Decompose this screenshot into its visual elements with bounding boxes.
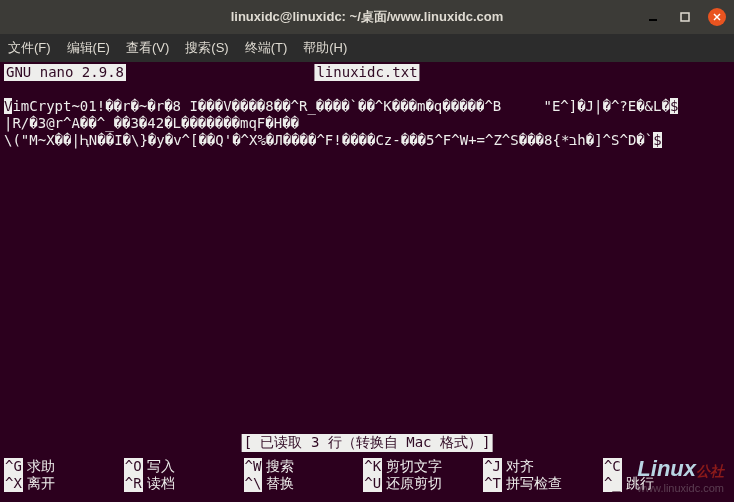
- menubar: 文件(F) 编辑(E) 查看(V) 搜索(S) 终端(T) 帮助(H): [0, 34, 734, 62]
- maximize-button[interactable]: [676, 8, 694, 26]
- shortcut-exit: ^X离开: [4, 475, 124, 492]
- shortcut-uncut: ^U还原剪切: [363, 475, 483, 492]
- menu-search[interactable]: 搜索(S): [185, 39, 228, 57]
- menu-terminal[interactable]: 终端(T): [245, 39, 288, 57]
- menu-file[interactable]: 文件(F): [8, 39, 51, 57]
- watermark-url: www.linuxidc.com: [637, 482, 724, 494]
- watermark-logo: Linux公社: [637, 456, 724, 482]
- nano-header: GNU nano 2.9.8 linuxidc.txt: [4, 64, 730, 81]
- content-line-1: imCrypt~01!��r�~�r�8 I���V����8��^R_����…: [12, 98, 669, 114]
- shortcut-replace: ^\替换: [244, 475, 364, 492]
- menu-help[interactable]: 帮助(H): [303, 39, 347, 57]
- menu-edit[interactable]: 编辑(E): [67, 39, 110, 57]
- window-controls: [644, 8, 726, 26]
- nano-version: GNU nano 2.9.8: [4, 64, 126, 81]
- shortcut-read: ^R读档: [124, 475, 244, 492]
- line-end-marker: $: [653, 132, 661, 148]
- shortcut-justify: ^J对齐: [483, 458, 603, 475]
- close-button[interactable]: [708, 8, 726, 26]
- nano-shortcuts: ^G求助 ^O写入 ^W搜索 ^K剪切文字 ^J对齐 ^C ^X离开 ^R读档 …: [4, 458, 730, 492]
- close-icon: [712, 12, 722, 22]
- shortcut-spell: ^T拼写检查: [483, 475, 603, 492]
- terminal-area[interactable]: GNU nano 2.9.8 linuxidc.txt VimCrypt~01!…: [0, 62, 734, 151]
- nano-content: VimCrypt~01!��r�~�r�8 I���V����8��^R_���…: [4, 98, 730, 149]
- content-line-3: \("M~X��|ԦN��I�\}�y�v^[��Q'�^X%�Л����^F!…: [4, 132, 653, 148]
- watermark: Linux公社 www.linuxidc.com: [637, 456, 724, 494]
- minimize-button[interactable]: [644, 8, 662, 26]
- shortcut-help: ^G求助: [4, 458, 124, 475]
- shortcut-cut: ^K剪切文字: [363, 458, 483, 475]
- menu-view[interactable]: 查看(V): [126, 39, 169, 57]
- nano-status-bar: [ 已读取 3 行（转换自 Mac 格式）]: [242, 434, 493, 452]
- shortcut-search: ^W搜索: [244, 458, 364, 475]
- nano-filename: linuxidc.txt: [314, 64, 419, 81]
- minimize-icon: [648, 12, 658, 22]
- maximize-icon: [680, 12, 690, 22]
- window-title: linuxidc@linuxidc: ~/桌面/www.linuxidc.com: [231, 8, 504, 26]
- content-line-2: |R/�3@r^A��^_��3�42�L�������mqF�H��: [4, 115, 299, 131]
- titlebar: linuxidc@linuxidc: ~/桌面/www.linuxidc.com: [0, 0, 734, 34]
- svg-rect-0: [649, 19, 657, 21]
- shortcut-row-2: ^X离开 ^R读档 ^\替换 ^U还原剪切 ^T拼写检查 ^_跳行: [4, 475, 730, 492]
- shortcut-writeout: ^O写入: [124, 458, 244, 475]
- svg-rect-1: [681, 13, 689, 21]
- shortcut-row-1: ^G求助 ^O写入 ^W搜索 ^K剪切文字 ^J对齐 ^C: [4, 458, 730, 475]
- line-end-marker: $: [670, 98, 678, 114]
